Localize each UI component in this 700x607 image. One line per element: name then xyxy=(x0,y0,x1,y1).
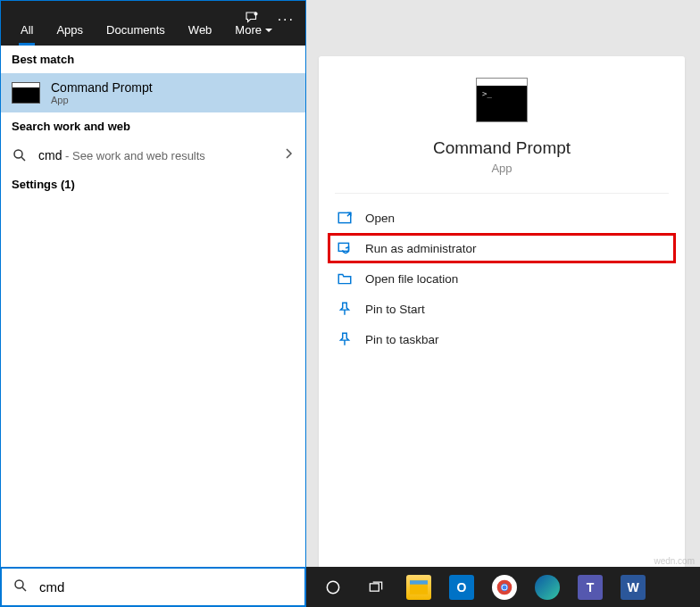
tab-documents[interactable]: Documents xyxy=(96,14,176,46)
command-prompt-icon xyxy=(12,82,40,104)
teams-button[interactable]: T xyxy=(571,567,610,607)
svg-line-6 xyxy=(22,587,26,591)
result-title: Command Prompt xyxy=(51,80,153,95)
action-pin-to-taskbar-label: Pin to taskbar xyxy=(365,333,439,346)
action-open[interactable]: Open xyxy=(328,203,676,233)
cortana-button[interactable] xyxy=(313,567,353,607)
search-box[interactable] xyxy=(0,567,306,607)
pin-taskbar-icon xyxy=(337,331,353,347)
action-pin-to-taskbar[interactable]: Pin to taskbar xyxy=(328,324,676,354)
svg-line-2 xyxy=(21,157,25,161)
command-prompt-hero-icon xyxy=(476,78,528,122)
action-list: Open Run as administrator Open file loca… xyxy=(319,203,685,354)
svg-point-14 xyxy=(503,585,507,589)
result-detail-panel: Command Prompt App Open Run as administr… xyxy=(319,56,685,569)
folder-icon xyxy=(337,270,353,287)
chrome-button[interactable] xyxy=(485,567,524,607)
web-search-hint: - See work and web results xyxy=(62,149,204,162)
word-button[interactable]: W xyxy=(613,567,653,607)
action-open-label: Open xyxy=(365,212,395,225)
tab-all[interactable]: All xyxy=(10,14,44,46)
result-subtitle: App xyxy=(51,95,153,105)
action-pin-to-start[interactable]: Pin to Start xyxy=(328,294,676,324)
svg-point-5 xyxy=(15,580,23,588)
more-options-icon[interactable]: ··· xyxy=(278,12,295,28)
action-open-file-location[interactable]: Open file location xyxy=(328,263,676,294)
search-icon xyxy=(12,578,29,597)
result-command-prompt[interactable]: Command Prompt App xyxy=(1,73,305,112)
open-icon xyxy=(337,210,353,226)
detail-title: Command Prompt xyxy=(319,138,685,158)
detail-subtitle: App xyxy=(319,162,685,175)
admin-shield-icon xyxy=(337,240,353,256)
action-run-as-admin[interactable]: Run as administrator xyxy=(328,233,676,263)
pin-start-icon xyxy=(337,301,353,317)
outlook-button[interactable]: O xyxy=(442,567,481,607)
taskbar: O T W xyxy=(306,567,700,607)
chevron-right-icon xyxy=(284,147,293,163)
web-search-item[interactable]: cmd - See work and web results xyxy=(1,140,305,170)
best-match-header: Best match xyxy=(1,46,305,73)
search-input[interactable] xyxy=(39,579,294,595)
web-search-query: cmd xyxy=(38,148,62,162)
svg-rect-8 xyxy=(370,583,379,590)
tab-web[interactable]: Web xyxy=(178,14,223,46)
action-run-as-admin-label: Run as administrator xyxy=(365,242,477,255)
watermark: wedn.com xyxy=(654,556,695,566)
search-icon xyxy=(12,147,28,163)
separator xyxy=(335,193,669,194)
settings-header[interactable]: Settings (1) xyxy=(1,170,305,198)
svg-point-1 xyxy=(14,150,22,158)
file-explorer-button[interactable] xyxy=(399,567,438,607)
task-view-button[interactable] xyxy=(356,567,396,607)
search-web-header: Search work and web xyxy=(1,112,305,140)
edge-button[interactable] xyxy=(528,567,567,607)
action-pin-to-start-label: Pin to Start xyxy=(365,303,425,316)
tab-apps[interactable]: Apps xyxy=(46,14,94,46)
svg-point-7 xyxy=(327,581,338,593)
start-search-panel: All Apps Documents Web More ··· Best mat… xyxy=(0,0,306,567)
svg-point-0 xyxy=(254,12,257,15)
svg-rect-10 xyxy=(410,580,428,584)
feedback-icon[interactable] xyxy=(244,10,260,29)
search-tabs: All Apps Documents Web More ··· xyxy=(1,1,305,46)
action-open-file-location-label: Open file location xyxy=(365,272,458,286)
